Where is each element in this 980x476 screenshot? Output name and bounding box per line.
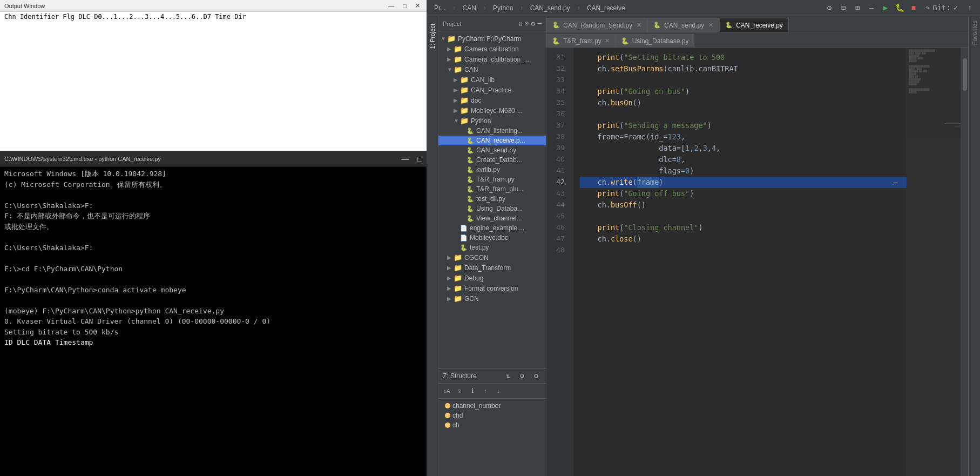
structure-settings-icon[interactable]: ⚙ [531, 371, 542, 381]
project-tab[interactable]: 1: Project [428, 21, 437, 52]
tab-can-receive[interactable]: 🐍 CAN_receive.py [719, 18, 789, 32]
code-line-34: print("Going on bus") [580, 86, 907, 97]
tree-mobileye-dbc[interactable]: . 📄 Mobileye.dbc [438, 233, 546, 243]
project-sidebar[interactable]: Project ⇅ ⊙ ⚙ — ▼ 📁 PyCharm F:\PyCharm [438, 16, 546, 476]
topbar-pr[interactable]: Pr... [431, 3, 449, 13]
tree-python[interactable]: ▼ 📁 Python [438, 116, 546, 126]
code-content[interactable]: print("Setting bitrate to 500 ch.setBusP… [573, 48, 907, 476]
tree-trframplus[interactable]: . 🐍 T&R_fram_plu... [438, 184, 546, 194]
project-tree[interactable]: ▼ 📁 PyCharm F:\PyCharm ▶ 📁 Camera calibr… [438, 31, 546, 368]
tree-trfram[interactable]: . 🐍 T&R_fram.py [438, 175, 546, 184]
line-num-37: 37 [546, 120, 569, 131]
close-sidebar-icon[interactable]: — [537, 19, 542, 28]
minimize-btn[interactable]: — [386, 2, 396, 9]
collapse-icon-btn[interactable]: ⊟ [837, 2, 849, 14]
line-num-35: 35 [546, 97, 569, 109]
topbar-sep3: › [519, 4, 523, 12]
tree-testpy[interactable]: . 🐍 test.py [438, 243, 546, 252]
struct-item-channel[interactable]: channel_number [443, 401, 542, 411]
toolbar-icons: ⚙ ⊟ ⊞ — ▶ 🐛 ■ ↷ Git: ✓ ↑ [823, 2, 976, 14]
structure-tree[interactable]: channel_number chd ch [438, 399, 546, 476]
sort-alpha-btn[interactable]: ↕A [441, 385, 452, 397]
tab-close-2[interactable]: ✕ [708, 22, 713, 29]
vcs-push-btn[interactable]: ↑ [964, 2, 976, 14]
line-num-36: 36 [546, 109, 569, 120]
favorites-label[interactable]: Favorites [970, 16, 979, 49]
tree-viewchan[interactable]: . 🐍 View_channel... [438, 213, 546, 223]
tree-engineex[interactable]: . 📄 engine_example.... [438, 223, 546, 233]
structure-sort-icon[interactable]: ⇅ [503, 371, 513, 381]
vcs-icon-btn[interactable]: Git: [936, 2, 948, 14]
tab-can-random-send[interactable]: 🐍 CAN_Random_Send.py ✕ [546, 18, 647, 32]
gear-small-icon[interactable]: ⚙ [531, 19, 535, 28]
tab-label-3: CAN_receive.py [736, 22, 783, 29]
tab2-using-db[interactable]: 🐍 Using_Database.py [616, 34, 695, 47]
tree-cgcon[interactable]: ▶ 📁 CGCON [438, 252, 546, 263]
tree-formatconv[interactable]: ▶ 📁 Format conversion [438, 283, 546, 293]
gcn-arrow: ▶ [447, 296, 454, 301]
cgcon-arrow: ▶ [447, 254, 454, 260]
code-line-43: print("Going off bus") [580, 188, 907, 199]
line-num-47: 47 [546, 233, 569, 245]
struct-item-ch[interactable]: ch [443, 420, 542, 430]
stop-icon-btn[interactable]: ■ [908, 2, 920, 14]
tab2-close-1[interactable]: ✕ [605, 37, 610, 44]
tree-createdb[interactable]: . 🐍 Create_Datab... [438, 155, 546, 165]
topbar-canreceive[interactable]: CAN_receive [584, 3, 628, 13]
tree-usingdb[interactable]: . 🐍 Using_Databa... [438, 204, 546, 213]
run-icon-btn[interactable]: ▶ [880, 2, 891, 14]
editor-scrollbar[interactable] [961, 48, 968, 476]
tree-kvrlib[interactable]: . 🐍 kvrlib.py [438, 165, 546, 175]
terminal-line-blank4 [4, 274, 422, 285]
tree-canlib[interactable]: ▶ 📁 CAN_lib [438, 75, 546, 85]
tab-can-send[interactable]: 🐍 CAN_send.py ✕ [647, 18, 719, 32]
tab2-tr-fram[interactable]: 🐍 T&R_fram.py ✕ [546, 34, 616, 47]
code-line-35: ch.busOn() [580, 97, 907, 109]
tree-canpractice[interactable]: ▶ 📁 CAN_Practice [438, 85, 546, 95]
info-btn[interactable]: ℹ [467, 385, 478, 397]
code-editor[interactable]: 31 32 33 34 35 36 37 38 39 40 41 42 43 4… [546, 48, 968, 476]
maximize-icon[interactable]: □ [418, 155, 422, 163]
terminal-content[interactable]: Microsoft Windows [版本 10.0.19042.928] (c… [0, 166, 427, 476]
tab-close-1[interactable]: ✕ [637, 22, 641, 29]
tree-camera-cal[interactable]: ▶ 📁 Camera calibration [438, 44, 546, 54]
top-terminal-controls[interactable]: — □ ✕ [386, 2, 422, 9]
tree-cansend[interactable]: . 🐍 CAN_send.py [438, 145, 546, 155]
vcs-check-btn[interactable]: ✓ [950, 2, 962, 14]
step-icon-btn[interactable]: ↷ [922, 2, 934, 14]
structure-filter-icon[interactable]: ⊙ [517, 371, 528, 381]
up-btn[interactable]: ↑ [479, 385, 491, 397]
topbar-can[interactable]: CAN [459, 3, 479, 13]
tree-canlisten[interactable]: . 🐍 CAN_listening... [438, 126, 546, 136]
expand-icon-btn[interactable]: ⊞ [851, 2, 863, 14]
tree-gcn[interactable]: ▶ 📁 GCN [438, 293, 546, 304]
topbar-python[interactable]: Python [490, 3, 516, 13]
minimize-icon[interactable]: — [402, 155, 409, 163]
terminal-line-11: Setting bitrate to 500 kb/s [4, 327, 422, 338]
debug-icon-btn[interactable]: 🐛 [894, 2, 905, 14]
sort-icon[interactable]: ⇅ [518, 19, 523, 28]
topbar-cansend[interactable]: CAN_send.py [527, 3, 573, 13]
tree-mobileye[interactable]: ▶ 📁 Mobileye-M630-... [438, 105, 546, 116]
scrollbar-thumb[interactable] [963, 58, 967, 91]
tree-debug[interactable]: ▶ 📁 Debug [438, 273, 546, 283]
struct-item-chd[interactable]: chd [443, 411, 542, 420]
tree-testdll[interactable]: . 🐍 test_dll.py [438, 194, 546, 204]
topbar-sep2: › [483, 4, 486, 12]
tree-datatransform[interactable]: ▶ 📁 Data_Transform [438, 263, 546, 273]
tree-root[interactable]: ▼ 📁 PyCharm F:\PyCharm [438, 33, 546, 44]
gear-icon-btn[interactable]: ⚙ [823, 2, 835, 14]
filter-icon[interactable]: ⊙ [525, 19, 529, 28]
cgcon-folder-icon: 📁 [454, 253, 462, 262]
tree-canreceive[interactable]: . 🐍 CAN_receive.p... [438, 136, 546, 145]
down-btn[interactable]: ↓ [492, 385, 504, 397]
close-btn[interactable]: ✕ [413, 2, 422, 9]
line-num-40: 40 [546, 154, 569, 165]
filter-btn[interactable]: ⊙ [454, 385, 465, 397]
doc-folder-icon: 📁 [460, 96, 469, 104]
close-panel-btn[interactable]: — [866, 2, 877, 14]
tree-camera-cal2[interactable]: ▶ 📁 Camera_calibration_... [438, 54, 546, 64]
maximize-btn[interactable]: □ [401, 2, 409, 9]
tree-doc[interactable]: ▶ 📁 doc [438, 95, 546, 105]
tree-can[interactable]: ▼ 📁 CAN [438, 64, 546, 75]
